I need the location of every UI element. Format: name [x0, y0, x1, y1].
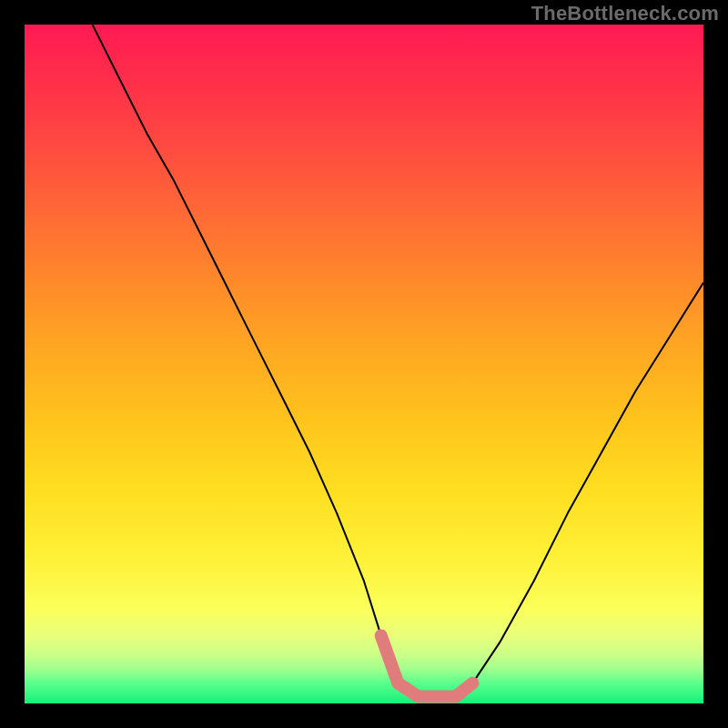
- watermark-text: TheBottleneck.com: [531, 2, 719, 25]
- optimal-range-highlight: [381, 635, 473, 696]
- bottleneck-curve: [93, 25, 703, 697]
- plot-area: [25, 25, 703, 703]
- curve-layer: [25, 25, 703, 703]
- chart-frame: TheBottleneck.com: [0, 0, 728, 728]
